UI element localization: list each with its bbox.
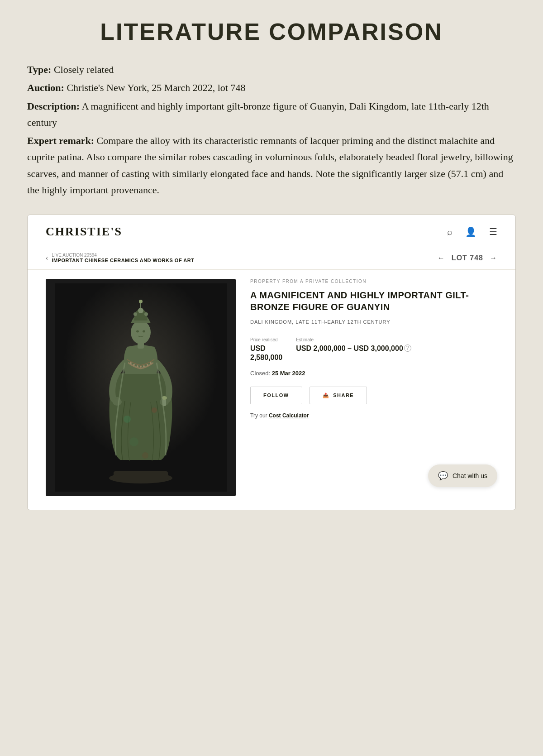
menu-icon[interactable]: ☰ [489,226,497,237]
price-realised-currency: USD [250,344,282,353]
svg-point-26 [129,437,138,446]
cost-calc-link[interactable]: Cost Calculator [269,412,309,419]
svg-point-9 [147,364,148,366]
description-line: Description: A magnificent and highly im… [27,98,516,131]
lot-image-container [46,279,236,496]
svg-rect-3 [114,471,168,480]
breadcrumb-bar: ‹ LIVE AUCTION 20594 IMPORTANT CHINESE C… [28,246,515,270]
lot-content: PROPERTY FROM A PRIVATE COLLECTION A MAG… [28,270,515,510]
lot-next-icon[interactable]: → [490,254,497,262]
follow-button[interactable]: FOLLOW [250,387,302,404]
chat-button-label: Chat with us [452,472,487,479]
estimate-help-icon[interactable]: ? [404,345,411,352]
type-value: Closely related [54,64,114,75]
metadata-section: Type: Closely related Auction: Christie'… [27,62,516,198]
auction-name: IMPORTANT CHINESE CERAMICS AND WORKS OF … [52,258,194,263]
lot-details: PROPERTY FROM A PRIVATE COLLECTION A MAG… [236,279,497,496]
page-title: LITERATURE COMPARISON [27,18,516,45]
svg-point-19 [139,300,143,303]
nav-icons: ⌕ 👤 ☰ [447,226,497,237]
lot-image [55,283,227,492]
closed-date-value: 25 Mar 2022 [272,370,305,377]
back-arrow-icon[interactable]: ‹ [46,254,48,262]
estimate-label: Estimate [296,337,403,342]
svg-point-17 [144,312,148,316]
svg-point-13 [136,330,139,333]
closed-label: Closed: [250,370,270,377]
type-label: Type: [27,64,51,75]
svg-point-8 [143,365,145,367]
auction-label: Auction: [27,82,64,93]
lot-nav: ← LOT 748 → [438,254,497,262]
share-label: SHARE [333,392,354,398]
svg-point-4 [130,362,132,364]
type-line: Type: Closely related [27,62,516,78]
svg-point-20 [113,398,122,406]
price-realised-label: Price realised [250,337,282,342]
christies-logo: CHRISTIE'S [46,225,122,239]
svg-point-12 [131,321,151,344]
svg-point-27 [142,452,148,459]
closed-date: Closed: 25 Mar 2022 [250,370,497,377]
lot-subtitle: DALI KINGDOM, LATE 11TH-EARLY 12TH CENTU… [250,319,497,325]
christies-nav: CHRISTIE'S ⌕ 👤 ☰ [28,215,515,246]
lot-prev-icon[interactable]: ← [438,254,445,262]
lot-title: A MAGNIFICENT AND HIGHLY IMPORTANT GILT-… [250,289,497,313]
property-label: PROPERTY FROM A PRIVATE COLLECTION [250,279,497,284]
svg-point-14 [143,330,145,333]
user-icon[interactable]: 👤 [465,226,476,237]
svg-point-5 [133,364,135,366]
action-buttons: FOLLOW 📤 SHARE [250,387,497,404]
search-icon[interactable]: ⌕ [447,227,452,237]
svg-point-24 [124,416,131,423]
svg-point-25 [152,407,157,413]
lot-label: LOT 748 [452,254,483,262]
chat-icon: 💬 [438,471,448,481]
estimate-block: Estimate USD 2,000,000 – USD 3,000,000 ? [296,337,403,353]
cost-calc-prefix: Try our [250,412,267,419]
price-realised-block: Price realised USD 2,580,000 [250,337,282,361]
svg-point-10 [150,362,152,364]
svg-point-6 [137,365,138,367]
expert-remark-label: Expert remark: [27,135,94,146]
auction-number-label: LIVE AUCTION 20594 [52,253,194,258]
browser-frame: CHRISTIE'S ⌕ 👤 ☰ ‹ LIVE AUCTION 20594 IM… [27,215,516,510]
description-value: A magnificent and highly important gilt-… [27,100,489,128]
cost-calculator-section: Try our Cost Calculator [250,412,497,419]
svg-point-16 [133,312,137,316]
estimate-value: USD 2,000,000 – USD 3,000,000 [296,344,403,353]
description-label: Description: [27,100,80,112]
auction-line: Auction: Christie's New York, 25 March 2… [27,80,516,96]
share-button[interactable]: 📤 SHARE [310,387,367,404]
auction-value: Christie's New York, 25 March 2022, lot … [67,82,245,93]
svg-point-7 [140,366,142,368]
share-icon: 📤 [323,392,330,398]
breadcrumb-left: ‹ LIVE AUCTION 20594 IMPORTANT CHINESE C… [46,253,194,263]
expert-remark-line: Expert remark: Compare the alloy with it… [27,133,516,198]
expert-remark-value: Compare the alloy with its characteristi… [27,135,513,196]
price-realised-value: 2,580,000 [250,353,282,362]
breadcrumb-text: LIVE AUCTION 20594 IMPORTANT CHINESE CER… [52,253,194,263]
chat-button[interactable]: 💬 Chat with us [428,464,497,487]
svg-point-15 [138,308,143,313]
price-section: Price realised USD 2,580,000 Estimate US… [250,337,497,361]
